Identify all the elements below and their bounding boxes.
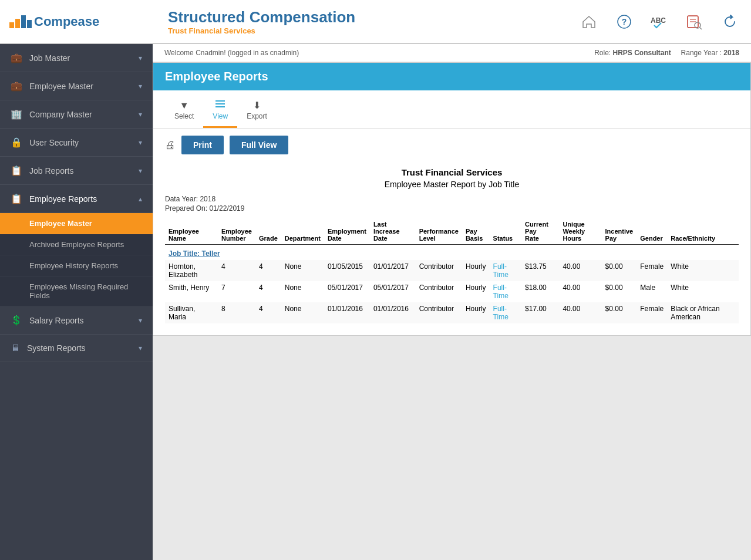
- building-icon: 🏢: [11, 109, 22, 120]
- chevron-down-icon-3: ▾: [139, 110, 142, 119]
- app-title: Structured Compensation: [168, 8, 577, 26]
- col-race-ethnicity: Race/Ethnicity: [667, 218, 739, 245]
- logo-text: Compease: [34, 14, 99, 29]
- report-content: Trust Financial Services Employee Master…: [153, 161, 750, 335]
- print-button[interactable]: Print: [181, 136, 224, 154]
- role-label: Role:: [594, 49, 611, 57]
- col-incentive-pay: IncentivePay: [602, 218, 637, 245]
- col-last-increase-date: Last IncreaseDate: [370, 218, 416, 245]
- help-icon[interactable]: ?: [612, 10, 636, 33]
- sidebar-item-salary-reports[interactable]: 💲 Salary Reports ▾: [0, 306, 153, 335]
- content-area: Welcome Cnadmin! (logged in as cnadmin) …: [153, 44, 751, 560]
- main-layout: 💼 Job Master ▾ 💼 Employee Master ▾ 🏢 Com…: [0, 44, 751, 560]
- sidebar-label-company-master: Company Master: [29, 110, 92, 119]
- info-bar: Welcome Cnadmin! (logged in as cnadmin) …: [153, 44, 751, 62]
- sidebar-item-employee-reports[interactable]: 📋 Employee Reports ▴: [0, 185, 153, 213]
- monitor-icon: 🖥: [11, 343, 20, 353]
- sidebar-label-salary-reports: Salary Reports: [29, 316, 84, 325]
- table-row: Hornton, Elizabeth44None01/05/201501/01/…: [165, 260, 739, 281]
- chevron-down-icon-6: ▾: [139, 316, 142, 325]
- page-title: Employee Reports: [165, 70, 739, 83]
- file-icon: 📋: [11, 165, 22, 176]
- logo-area: Compease: [9, 14, 162, 29]
- header-title-area: Structured Compensation Trust Financial …: [162, 8, 577, 35]
- col-grade: Grade: [255, 218, 281, 245]
- refresh-icon[interactable]: [718, 10, 742, 33]
- dollar-icon: 💲: [11, 315, 22, 326]
- tab-select[interactable]: ▼ Select: [165, 97, 203, 128]
- svg-text:ABC: ABC: [651, 16, 666, 25]
- table-row: Sullivan, Maria84None01/01/201601/01/201…: [165, 302, 739, 323]
- data-year: Data Year: 2018: [165, 195, 739, 203]
- col-employee-name: EmployeeName: [165, 218, 218, 245]
- svg-rect-9: [215, 103, 225, 104]
- chevron-down-icon-4: ▾: [139, 139, 142, 147]
- book-search-icon[interactable]: [683, 10, 706, 33]
- chevron-down-icon-2: ▾: [139, 82, 142, 90]
- toolbar-tabs: ▼ Select View ⬇ Export: [153, 90, 750, 129]
- sidebar-label-system-reports: System Reports: [27, 343, 86, 353]
- col-unique-weekly-hours: Unique WeeklyHours: [559, 218, 601, 245]
- col-gender: Gender: [637, 218, 667, 245]
- main-panel: Employee Reports ▼ Select Vi: [153, 62, 751, 336]
- sidebar-item-job-reports[interactable]: 📋 Job Reports ▾: [0, 157, 153, 185]
- tab-export-label: Export: [247, 112, 267, 120]
- app-subtitle: Trust Financial Services: [168, 26, 577, 35]
- sidebar-item-user-security[interactable]: 🔒 User Security ▾: [0, 129, 153, 157]
- sidebar-sub-archived-employee-reports[interactable]: Archived Employee Reports: [0, 234, 153, 255]
- logo-icon: [9, 15, 32, 28]
- welcome-message: Welcome Cnadmin! (logged in as cnadmin): [164, 49, 299, 57]
- sidebar-sub-employees-missing-required-fields[interactable]: Employees Missing Required Fields: [0, 276, 153, 306]
- tab-export[interactable]: ⬇ Export: [237, 96, 277, 128]
- tab-view[interactable]: View: [203, 97, 237, 128]
- sidebar: 💼 Job Master ▾ 💼 Employee Master ▾ 🏢 Com…: [0, 44, 153, 560]
- chevron-down-icon-5: ▾: [139, 167, 142, 175]
- view-icon: [215, 100, 225, 111]
- sidebar-item-employee-master[interactable]: 💼 Employee Master ▾: [0, 72, 153, 100]
- role-range: Role: HRPS Consultant Range Year : 2018: [594, 49, 739, 57]
- report-meta: Data Year: 2018 Prepared On: 01/22/2019: [165, 195, 739, 212]
- top-header: Compease Structured Compensation Trust F…: [0, 0, 751, 44]
- prepared-on: Prepared On: 01/22/2019: [165, 204, 739, 212]
- sidebar-item-system-reports[interactable]: 🖥 System Reports ▾: [0, 335, 153, 362]
- abc-check-icon[interactable]: ABC: [648, 10, 671, 33]
- briefcase-icon: 💼: [11, 52, 22, 63]
- select-icon: ▼: [180, 100, 189, 111]
- col-pay-basis: PayBasis: [462, 218, 490, 245]
- role-value: HRPS Consultant: [613, 49, 671, 57]
- chevron-up-icon: ▴: [139, 195, 142, 203]
- sidebar-label-job-reports: Job Reports: [29, 166, 73, 176]
- report-company: Trust Financial Services: [165, 167, 739, 177]
- col-current-pay-rate: Current PayRate: [521, 218, 559, 245]
- full-view-button[interactable]: Full View: [230, 136, 288, 154]
- tab-select-label: Select: [174, 112, 194, 120]
- report-name: Employee Master Report by Job Title: [165, 180, 739, 189]
- sidebar-sub-employee-history-reports[interactable]: Employee History Reports: [0, 255, 153, 276]
- home-icon[interactable]: [577, 10, 601, 33]
- col-performance-level: PerformanceLevel: [416, 218, 462, 245]
- print-icon-btn[interactable]: 🖨: [165, 139, 176, 151]
- svg-rect-10: [215, 106, 225, 107]
- report-table: EmployeeName EmployeeNumber Grade Depart…: [165, 218, 739, 323]
- sidebar-label-employee-master: Employee Master: [29, 82, 93, 91]
- sidebar-sub-employee-master[interactable]: Employee Master: [0, 213, 153, 234]
- col-employment-date: EmploymentDate: [324, 218, 370, 245]
- action-bar: 🖨 Print Full View: [153, 129, 750, 161]
- page-title-bar: Employee Reports: [153, 63, 750, 90]
- svg-text:?: ?: [622, 17, 627, 26]
- tab-view-label: View: [213, 112, 228, 120]
- sidebar-item-job-master[interactable]: 💼 Job Master ▾: [0, 44, 153, 72]
- file-icon-2: 📋: [11, 193, 22, 204]
- col-department: Department: [281, 218, 324, 245]
- sidebar-label-user-security: User Security: [29, 138, 79, 147]
- job-title-row: Job Title: Teller: [165, 245, 739, 261]
- sidebar-sub-employee-reports: Employee Master Archived Employee Report…: [0, 213, 153, 306]
- sidebar-item-company-master[interactable]: 🏢 Company Master ▾: [0, 100, 153, 129]
- chevron-down-icon: ▾: [139, 54, 142, 62]
- export-icon: ⬇: [253, 100, 261, 111]
- sidebar-label-employee-reports: Employee Reports: [29, 194, 97, 204]
- range-year-value: 2018: [723, 49, 739, 57]
- sidebar-label-job-master: Job Master: [29, 53, 70, 63]
- svg-line-5: [700, 28, 702, 29]
- col-status: Status: [490, 218, 521, 245]
